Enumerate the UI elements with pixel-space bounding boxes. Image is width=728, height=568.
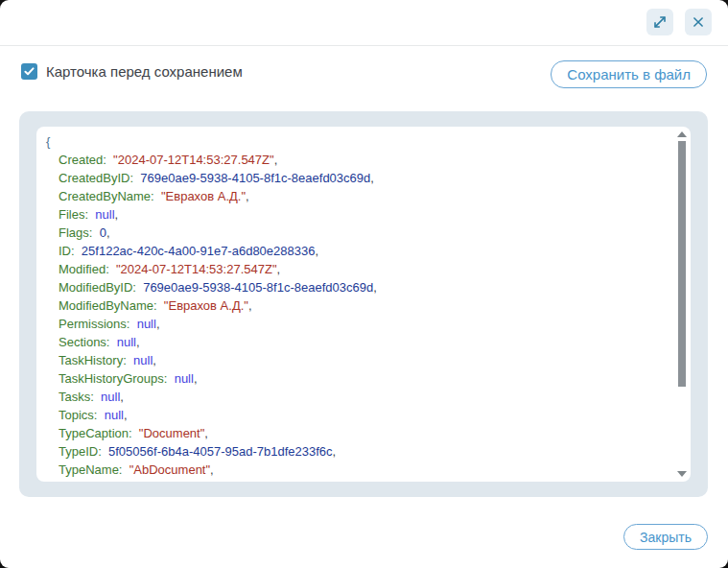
- close-dialog-button[interactable]: Закрыть: [623, 524, 708, 550]
- json-line-TypeCaption: TypeCaption: "Document",: [46, 424, 675, 442]
- dialog-header: [0, 0, 728, 46]
- json-line-CreatedByName: CreatedByName: "Еврахов А.Д.",: [46, 187, 675, 205]
- vertical-scrollbar[interactable]: [677, 130, 687, 479]
- json-line-ModifiedByName: ModifiedByName: "Еврахов А.Д.",: [46, 296, 675, 315]
- json-line-TaskHistory: TaskHistory: null,: [46, 351, 675, 369]
- json-line-CreatedByID: CreatedByID: 769e0ae9-5938-4105-8f1c-8ea…: [46, 169, 675, 187]
- json-line-ID: ID: 25f122ac-420c-4a00-91e7-a6d80e288336…: [46, 242, 675, 260]
- modal-dialog: Карточка перед сохранением Сохранить в ф…: [0, 0, 728, 568]
- json-viewer-panel: {Created: "2024-07-12T14:53:27.547Z",Cre…: [19, 111, 708, 497]
- json-line-Sections: Sections: null,: [46, 333, 675, 351]
- json-line-Created: Created: "2024-07-12T14:53:27.547Z",: [46, 151, 675, 169]
- close-icon: [692, 15, 705, 29]
- json-content: {Created: "2024-07-12T14:53:27.547Z",Cre…: [36, 127, 675, 482]
- scroll-down-arrow-icon[interactable]: [677, 471, 687, 477]
- json-line-TypeID: TypeID: 5f05056f-6b4a-4057-95ad-7b1dfe23…: [46, 442, 675, 461]
- card-before-save-checkbox-row[interactable]: Карточка перед сохранением: [21, 63, 243, 80]
- json-code-box[interactable]: {Created: "2024-07-12T14:53:27.547Z",Cre…: [36, 127, 691, 482]
- checkmark-icon: [24, 67, 35, 76]
- json-line-Modified: Modified: "2024-07-12T14:53:27.547Z",: [46, 260, 675, 278]
- json-line-Tasks: Tasks: null,: [46, 388, 675, 406]
- json-line-Flags: Flags: 0,: [46, 224, 675, 242]
- json-line-Topics: Topics: null,: [46, 406, 675, 424]
- json-open-brace: {: [46, 132, 675, 151]
- scroll-up-arrow-icon[interactable]: [677, 131, 687, 137]
- json-line-ModifiedByID: ModifiedByID: 769e0ae9-5938-4105-8f1c-8e…: [46, 278, 675, 296]
- checkbox-checked-icon[interactable]: [21, 63, 37, 80]
- json-line-Files: Files: null,: [46, 205, 675, 224]
- scrollbar-thumb[interactable]: [678, 141, 686, 387]
- close-button[interactable]: [685, 9, 712, 36]
- json-line-TaskHistoryGroups: TaskHistoryGroups: null,: [46, 369, 675, 388]
- expand-button[interactable]: [646, 9, 673, 36]
- toolbar: Карточка перед сохранением Сохранить в ф…: [0, 46, 728, 111]
- checkbox-label: Карточка перед сохранением: [46, 63, 243, 80]
- expand-icon: [652, 14, 668, 30]
- json-line-TypeName: TypeName: "AbDocument",: [46, 461, 675, 479]
- json-line-Permissions: Permissions: null,: [46, 315, 675, 333]
- save-to-file-button[interactable]: Сохранить в файл: [551, 60, 707, 88]
